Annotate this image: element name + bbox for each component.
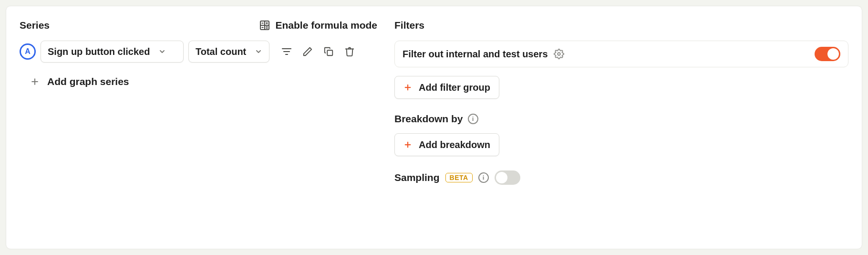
add-filter-group-button[interactable]: Add filter group: [394, 76, 499, 99]
sampling-title: Sampling: [394, 172, 440, 183]
add-series-label: Add graph series: [47, 76, 129, 87]
filters-column: Filters Filter out internal and test use…: [394, 20, 848, 239]
series-event-label: Sign up button clicked: [48, 46, 150, 57]
add-graph-series-button[interactable]: Add graph series: [20, 76, 377, 87]
plus-icon: [403, 83, 412, 92]
plus-icon: [30, 77, 40, 86]
duplicate-series-button[interactable]: [321, 44, 336, 59]
series-badge[interactable]: A: [20, 43, 36, 60]
chevron-down-icon: [255, 48, 262, 55]
sampling-toggle[interactable]: [495, 170, 520, 185]
add-filter-group-label: Add filter group: [419, 82, 490, 93]
beta-badge: BETA: [445, 173, 473, 182]
plus-icon: [403, 140, 412, 149]
breakdown-title: Breakdown by: [394, 113, 463, 125]
info-icon[interactable]: i: [478, 172, 489, 183]
series-event-select[interactable]: Sign up button clicked: [41, 41, 184, 63]
delete-series-button[interactable]: [342, 44, 357, 59]
filter-series-button[interactable]: [279, 44, 294, 59]
filters-title: Filters: [394, 20, 848, 31]
add-breakdown-button[interactable]: Add breakdown: [394, 133, 499, 156]
insight-config-panel: Series: [6, 6, 862, 249]
formula-icon: [259, 20, 270, 31]
active-filter-toggle[interactable]: [815, 47, 840, 61]
svg-rect-12: [328, 50, 333, 55]
rename-series-button[interactable]: [300, 44, 315, 59]
copy-icon: [323, 46, 334, 57]
chevron-down-icon: [158, 48, 166, 55]
series-title: Series: [20, 20, 50, 31]
filter-icon: [281, 46, 292, 57]
info-icon[interactable]: i: [468, 114, 478, 124]
active-filter-row[interactable]: Filter out internal and test users: [394, 41, 848, 67]
series-column: Series: [20, 20, 377, 239]
series-agg-label: Total count: [196, 46, 246, 57]
add-breakdown-label: Add breakdown: [419, 139, 490, 150]
gear-icon[interactable]: [554, 49, 564, 59]
series-row: A Sign up button clicked Total count: [20, 41, 377, 63]
active-filter-label: Filter out internal and test users: [403, 49, 548, 60]
svg-point-15: [558, 53, 560, 55]
enable-formula-mode-button[interactable]: Enable formula mode: [259, 20, 377, 31]
trash-icon: [344, 46, 355, 57]
formula-label: Enable formula mode: [275, 20, 377, 31]
series-agg-select[interactable]: Total count: [188, 41, 269, 63]
pencil-icon: [302, 46, 313, 57]
